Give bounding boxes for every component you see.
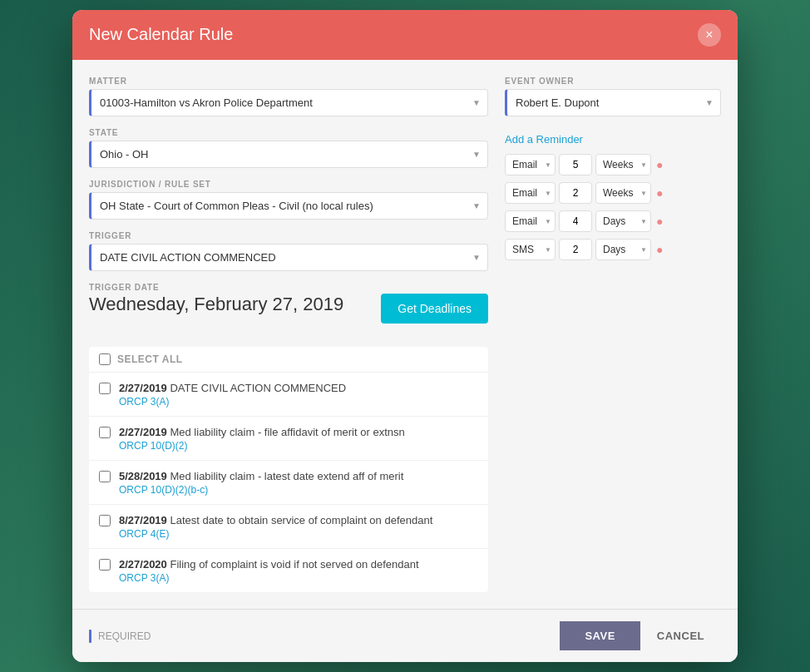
- reminder-unit-select-2[interactable]: Weeks Days Hours: [595, 210, 651, 232]
- reminder-type-wrap-0: Email SMS: [505, 154, 556, 175]
- trigger-label: TRIGGER: [89, 231, 488, 240]
- reminder-number-input-3[interactable]: [559, 239, 592, 260]
- deadline-text-3: 8/27/2019 Latest date to obtain service …: [119, 513, 432, 528]
- reminder-number-input-2[interactable]: [559, 210, 592, 232]
- save-button[interactable]: SAVE: [560, 621, 640, 650]
- reminder-row-0: Email SMS Weeks Days Hours ●: [505, 154, 721, 175]
- jurisdiction-select[interactable]: OH State - Court of Common Pleas - Civil…: [91, 193, 487, 219]
- deadline-rule-3[interactable]: ORCP 4(E): [119, 528, 432, 540]
- reminder-row-2: Email SMS Weeks Days Hours ●: [505, 210, 721, 232]
- trigger-select[interactable]: DATE CIVIL ACTION COMMENCED: [91, 245, 487, 270]
- deadline-text-4: 2/27/2020 Filing of complaint is void if…: [119, 557, 419, 572]
- deadline-date-2: 5/28/2019: [119, 470, 167, 482]
- reminder-unit-wrap-3: Weeks Days Hours: [595, 239, 651, 260]
- deadline-item: 2/27/2019 Med liability claim - file aff…: [89, 417, 488, 461]
- reminder-row-1: Email SMS Weeks Days Hours ●: [505, 182, 721, 204]
- reminder-number-input-0[interactable]: [559, 154, 592, 175]
- state-select[interactable]: Ohio - OH: [91, 141, 487, 167]
- event-owner-label: EVENT OWNER: [505, 77, 721, 86]
- select-all-label: SELECT ALL: [117, 353, 183, 365]
- deadline-rule-2[interactable]: ORCP 10(D)(2)(b-c): [119, 484, 403, 496]
- reminder-type-select-1[interactable]: Email SMS: [505, 182, 556, 204]
- reminder-unit-select-3[interactable]: Weeks Days Hours: [595, 239, 651, 260]
- trigger-date-label: TRIGGER DATE: [89, 283, 343, 292]
- left-panel: MATTER 01003-Hamilton vs Akron Police De…: [89, 77, 488, 593]
- reminder-remove-button-2[interactable]: ●: [654, 215, 664, 228]
- deadline-content-0: 2/27/2019 DATE CIVIL ACTION COMMENCED OR…: [119, 381, 346, 408]
- reminder-row-3: Email SMS Weeks Days Hours ●: [505, 239, 721, 260]
- reminder-type-select-2[interactable]: Email SMS: [505, 210, 556, 232]
- reminder-unit-wrap-0: Weeks Days Hours: [595, 154, 651, 175]
- modal-header: New Calendar Rule ×: [72, 10, 738, 60]
- required-indicator-icon: [89, 630, 91, 643]
- deadlines-list: 2/27/2019 DATE CIVIL ACTION COMMENCED OR…: [89, 373, 488, 593]
- deadline-item: 2/27/2019 DATE CIVIL ACTION COMMENCED OR…: [89, 373, 488, 417]
- reminder-remove-button-3[interactable]: ●: [654, 243, 664, 256]
- deadline-date-3: 8/27/2019: [119, 514, 167, 526]
- get-deadlines-button[interactable]: Get Deadlines: [381, 294, 488, 324]
- reminder-number-input-1[interactable]: [559, 182, 592, 204]
- deadline-date-1: 2/27/2019: [119, 426, 167, 438]
- deadline-text-1: 2/27/2019 Med liability claim - file aff…: [119, 425, 405, 440]
- event-owner-select-wrapper: Robert E. Dupont ▼: [505, 89, 721, 116]
- deadline-checkbox-3[interactable]: [99, 515, 111, 526]
- reminder-unit-wrap-2: Weeks Days Hours: [595, 210, 651, 232]
- event-owner-select[interactable]: Robert E. Dupont: [507, 90, 720, 116]
- trigger-date-value: Wednesday, February 27, 2019: [89, 294, 343, 315]
- reminder-type-select-0[interactable]: Email SMS: [505, 154, 556, 175]
- reminder-remove-button-0[interactable]: ●: [654, 158, 664, 171]
- modal-body: MATTER 01003-Hamilton vs Akron Police De…: [72, 60, 738, 610]
- jurisdiction-field-group: JURISDICTION / RULE SET OH State - Court…: [89, 180, 488, 220]
- deadline-rule-4[interactable]: ORCP 3(A): [119, 572, 419, 584]
- deadline-item: 5/28/2019 Med liability claim - latest d…: [89, 461, 488, 505]
- deadline-content-3: 8/27/2019 Latest date to obtain service …: [119, 513, 432, 540]
- required-label: REQUIRED: [89, 630, 151, 643]
- trigger-field-group: TRIGGER DATE CIVIL ACTION COMMENCED ▼: [89, 231, 488, 271]
- deadline-rule-0[interactable]: ORCP 3(A): [119, 396, 346, 408]
- select-all-row: SELECT ALL: [89, 347, 488, 373]
- right-panel: EVENT OWNER Robert E. Dupont ▼ Add a Rem…: [505, 77, 721, 593]
- jurisdiction-label: JURISDICTION / RULE SET: [89, 180, 488, 189]
- deadlines-section: SELECT ALL 2/27/2019 DATE CIVIL ACTION C…: [89, 347, 488, 593]
- deadline-checkbox-1[interactable]: [99, 427, 111, 438]
- reminder-type-wrap-3: Email SMS: [505, 239, 556, 260]
- reminder-unit-select-1[interactable]: Weeks Days Hours: [595, 182, 651, 204]
- deadline-checkbox-0[interactable]: [99, 383, 111, 394]
- matter-label: MATTER: [89, 77, 488, 86]
- required-text: REQUIRED: [98, 630, 151, 642]
- footer-buttons: SAVE CANCEL: [560, 621, 721, 650]
- trigger-date-section: TRIGGER DATE Wednesday, February 27, 201…: [89, 283, 343, 324]
- deadline-content-4: 2/27/2020 Filing of complaint is void if…: [119, 557, 419, 584]
- reminder-type-select-3[interactable]: Email SMS: [505, 239, 556, 260]
- deadline-content-1: 2/27/2019 Med liability claim - file aff…: [119, 425, 405, 452]
- select-all-checkbox[interactable]: [99, 353, 111, 365]
- state-field-group: STATE Ohio - OH ▼: [89, 128, 488, 168]
- deadline-item: 2/27/2020 Filing of complaint is void if…: [89, 549, 488, 592]
- reminders-list: Email SMS Weeks Days Hours ● Email SMS: [505, 154, 721, 260]
- deadline-item: 8/27/2019 Latest date to obtain service …: [89, 505, 488, 549]
- deadline-rule-1[interactable]: ORCP 10(D)(2): [119, 440, 405, 452]
- add-reminder-button[interactable]: Add a Reminder: [505, 133, 721, 146]
- deadline-checkbox-4[interactable]: [99, 559, 111, 571]
- reminder-remove-button-1[interactable]: ●: [654, 186, 664, 200]
- trigger-select-wrapper: DATE CIVIL ACTION COMMENCED ▼: [89, 244, 488, 271]
- deadline-checkbox-2[interactable]: [99, 471, 111, 482]
- deadline-date-0: 2/27/2019: [119, 382, 167, 394]
- matter-select[interactable]: 01003-Hamilton vs Akron Police Departmen…: [91, 90, 487, 116]
- trigger-date-row: TRIGGER DATE Wednesday, February 27, 201…: [89, 283, 488, 335]
- cancel-button[interactable]: CANCEL: [640, 621, 721, 650]
- matter-select-wrapper: 01003-Hamilton vs Akron Police Departmen…: [89, 89, 488, 116]
- matter-field-group: MATTER 01003-Hamilton vs Akron Police De…: [89, 77, 488, 116]
- reminder-unit-select-0[interactable]: Weeks Days Hours: [595, 154, 651, 175]
- state-label: STATE: [89, 128, 488, 137]
- deadline-date-4: 2/27/2020: [119, 558, 167, 571]
- modal-footer: REQUIRED SAVE CANCEL: [72, 609, 738, 662]
- reminder-unit-wrap-1: Weeks Days Hours: [595, 182, 651, 204]
- close-button[interactable]: ×: [698, 23, 721, 47]
- deadline-text-2: 5/28/2019 Med liability claim - latest d…: [119, 469, 403, 484]
- modal: New Calendar Rule × MATTER 01003-Hamilto…: [72, 10, 738, 663]
- reminder-type-wrap-2: Email SMS: [505, 210, 556, 232]
- deadline-content-2: 5/28/2019 Med liability claim - latest d…: [119, 469, 403, 496]
- state-select-wrapper: Ohio - OH ▼: [89, 141, 488, 168]
- reminder-type-wrap-1: Email SMS: [505, 182, 556, 204]
